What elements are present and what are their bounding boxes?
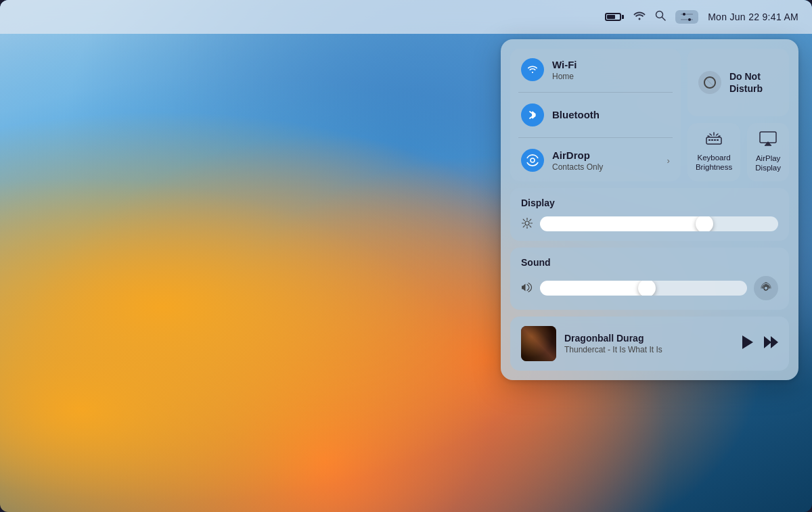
brightness-icon xyxy=(521,218,533,231)
svg-rect-6 xyxy=(681,20,687,20)
svg-line-16 xyxy=(717,134,719,135)
connectivity-panel: Wi-Fi Home Bluetooth xyxy=(510,49,681,181)
svg-line-15 xyxy=(710,134,712,135)
svg-point-8 xyxy=(531,158,535,162)
display-title: Display xyxy=(521,197,778,208)
menu-bar-right: Mon Jun 22 9:41 AM xyxy=(605,10,798,24)
wifi-subtitle: Home xyxy=(552,72,670,81)
time-label: 9:41 AM xyxy=(763,11,798,22)
bottom-right-panels: Keyboard Brightness AirPlay Display xyxy=(687,123,789,181)
brightness-slider[interactable] xyxy=(540,216,778,231)
mac-frame: Mon Jun 22 9:41 AM xyxy=(0,0,812,512)
bluetooth-icon xyxy=(521,103,544,126)
wifi-item[interactable]: Wi-Fi Home xyxy=(521,58,670,81)
airplay-display-icon xyxy=(759,131,777,150)
search-menu-icon[interactable] xyxy=(655,10,666,24)
bluetooth-name: Bluetooth xyxy=(552,109,670,121)
svg-marker-33 xyxy=(771,336,778,348)
sound-title: Sound xyxy=(521,257,778,268)
svg-rect-7 xyxy=(687,20,693,20)
brightness-slider-row xyxy=(521,216,778,231)
svg-rect-4 xyxy=(681,14,686,15)
airdrop-text: AirDrop Contacts Only xyxy=(552,149,659,172)
menu-bar: Mon Jun 22 9:41 AM xyxy=(0,0,812,34)
keyboard-brightness-label: Keyboard Brightness xyxy=(696,154,732,172)
album-art xyxy=(521,326,556,361)
svg-rect-9 xyxy=(706,137,721,144)
wifi-icon xyxy=(521,58,544,81)
svg-rect-11 xyxy=(711,139,713,141)
keyboard-brightness-icon xyxy=(705,132,723,149)
svg-rect-10 xyxy=(708,139,710,141)
svg-line-18 xyxy=(719,136,720,137)
airdrop-arrow: › xyxy=(667,156,670,166)
svg-line-28 xyxy=(530,219,531,220)
control-center-panel: Wi-Fi Home Bluetooth xyxy=(501,39,798,380)
volume-slider[interactable] xyxy=(540,281,747,296)
svg-line-27 xyxy=(530,225,531,227)
wifi-text: Wi-Fi Home xyxy=(552,59,670,81)
svg-rect-13 xyxy=(717,139,719,141)
play-button[interactable] xyxy=(740,335,754,353)
wifi-menu-icon[interactable] xyxy=(633,11,646,23)
svg-rect-5 xyxy=(686,14,693,15)
track-artist: Thundercat - It Is What It Is xyxy=(564,345,732,354)
battery-icon[interactable] xyxy=(605,13,624,21)
svg-marker-32 xyxy=(764,336,771,348)
svg-line-17 xyxy=(708,136,709,137)
brightness-thumb[interactable] xyxy=(696,216,713,231)
volume-thumb[interactable] xyxy=(638,281,656,296)
divider-1 xyxy=(518,92,673,93)
svg-point-30 xyxy=(764,286,768,290)
svg-line-26 xyxy=(523,219,524,220)
divider-2 xyxy=(518,137,673,138)
skip-forward-button[interactable] xyxy=(763,335,778,352)
dnd-text: Do Not Disturb xyxy=(729,70,763,95)
svg-line-1 xyxy=(662,18,666,21)
sound-row xyxy=(521,276,778,300)
do-not-disturb-panel[interactable]: Do Not Disturb xyxy=(687,49,789,116)
keyboard-brightness-panel[interactable]: Keyboard Brightness xyxy=(687,123,740,181)
playback-controls xyxy=(740,335,778,353)
control-center-button[interactable] xyxy=(675,10,698,24)
top-row: Wi-Fi Home Bluetooth xyxy=(510,49,789,181)
svg-line-29 xyxy=(523,225,524,227)
do-not-disturb-icon xyxy=(698,71,721,94)
sound-airplay-button[interactable] xyxy=(754,276,778,300)
date-label: Mon Jun 22 xyxy=(708,11,759,22)
airdrop-name: AirDrop xyxy=(552,149,659,162)
display-section: Display xyxy=(510,188,789,241)
svg-point-21 xyxy=(525,221,529,225)
track-info: Dragonball Durag Thundercat - It Is What… xyxy=(564,333,732,354)
now-playing-section: Dragonball Durag Thundercat - It Is What… xyxy=(510,317,789,371)
menu-bar-datetime[interactable]: Mon Jun 22 9:41 AM xyxy=(708,11,798,22)
bluetooth-text: Bluetooth xyxy=(552,109,670,121)
airdrop-icon xyxy=(521,149,544,172)
svg-marker-31 xyxy=(742,335,753,349)
airdrop-subtitle: Contacts Only xyxy=(552,162,659,172)
volume-icon xyxy=(521,283,533,294)
wifi-name: Wi-Fi xyxy=(552,59,670,71)
bluetooth-item[interactable]: Bluetooth xyxy=(521,103,670,126)
airplay-display-label: AirPlay Display xyxy=(755,154,781,173)
track-name: Dragonball Durag xyxy=(564,333,732,344)
svg-rect-12 xyxy=(714,139,716,141)
sound-section: Sound xyxy=(510,248,789,310)
airplay-display-panel[interactable]: AirPlay Display xyxy=(747,123,789,181)
right-panels: Do Not Disturb xyxy=(687,49,789,181)
svg-rect-19 xyxy=(760,132,776,143)
airdrop-item[interactable]: AirDrop Contacts Only › xyxy=(521,149,670,172)
